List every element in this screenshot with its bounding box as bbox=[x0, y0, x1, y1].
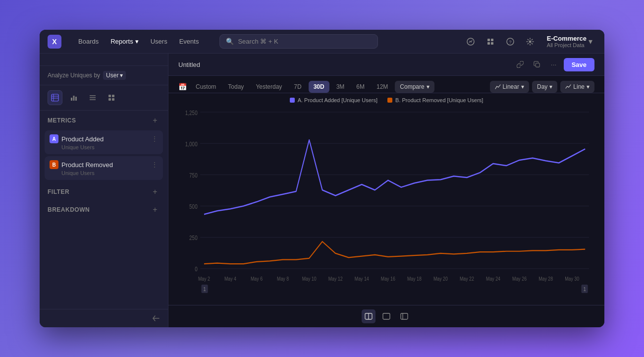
svg-rect-20 bbox=[108, 98, 111, 101]
time-yesterday[interactable]: Yesterday bbox=[251, 81, 287, 93]
chart-svg: 1,250 1,000 750 500 250 0 May 2 May 4 bbox=[178, 105, 594, 300]
linear-selector[interactable]: Linear ▾ bbox=[490, 81, 529, 93]
svg-text:500: 500 bbox=[189, 203, 198, 210]
time-6m[interactable]: 6M bbox=[351, 81, 370, 93]
metric-a-more-icon[interactable]: ⋮ bbox=[151, 135, 158, 143]
time-12m[interactable]: 12M bbox=[372, 81, 393, 93]
nav-users[interactable]: Users bbox=[146, 36, 172, 47]
chart-controls-right: Linear ▾ Day ▾ Line ▾ bbox=[490, 81, 594, 93]
app-window: X Boards Reports ▾ Users Events 🔍 Search… bbox=[40, 30, 604, 327]
compare-button[interactable]: Compare ▾ bbox=[395, 81, 434, 93]
svg-rect-8 bbox=[52, 94, 58, 101]
svg-text:May 8: May 8 bbox=[277, 276, 289, 282]
time-custom[interactable]: Custom bbox=[191, 81, 221, 93]
layout-single-button[interactable] bbox=[379, 309, 393, 323]
svg-text:250: 250 bbox=[189, 235, 198, 241]
svg-rect-57 bbox=[383, 313, 390, 319]
chart-legend: A. Product Added [Unique Users] B. Produ… bbox=[168, 93, 604, 105]
bottom-bar bbox=[168, 305, 604, 327]
svg-text:1,250: 1,250 bbox=[185, 110, 198, 116]
collapse-sidebar-button[interactable] bbox=[152, 314, 160, 322]
analyze-by-selector[interactable]: User ▾ bbox=[103, 71, 126, 80]
chart-type-list[interactable] bbox=[85, 90, 100, 105]
day-chevron-icon: ▾ bbox=[549, 83, 552, 90]
nav-bar: X Boards Reports ▾ Users Events 🔍 Search… bbox=[40, 30, 604, 54]
day-selector[interactable]: Day ▾ bbox=[532, 81, 557, 93]
time-3m[interactable]: 3M bbox=[331, 81, 350, 93]
sidebar-title-bar bbox=[40, 54, 168, 66]
reports-chevron-icon: ▾ bbox=[135, 38, 139, 45]
metric-item-b[interactable]: B Product Removed ⋮ Unique Users bbox=[45, 156, 163, 180]
orange-series-line bbox=[204, 241, 585, 264]
layout-sidebar-button[interactable] bbox=[397, 309, 411, 323]
legend-label-a: A. Product Added [Unique Users] bbox=[298, 97, 377, 103]
metric-b-badge: B bbox=[50, 160, 58, 169]
metric-b-more-icon[interactable]: ⋮ bbox=[151, 161, 158, 169]
project-name: E-Commerce bbox=[547, 35, 587, 42]
copy-action-button[interactable] bbox=[530, 58, 544, 71]
chart-type-grid[interactable] bbox=[104, 90, 119, 105]
metric-a-name: Product Added bbox=[61, 135, 104, 143]
svg-rect-18 bbox=[108, 95, 111, 97]
svg-rect-2 bbox=[491, 39, 493, 41]
svg-text:0: 0 bbox=[195, 266, 198, 272]
chart-type-bar[interactable] bbox=[66, 90, 81, 105]
layout-split-button[interactable] bbox=[362, 309, 376, 323]
app-logo[interactable]: X bbox=[48, 35, 61, 49]
breakdown-header: Breakdown + bbox=[40, 200, 168, 218]
link-action-button[interactable] bbox=[513, 58, 527, 71]
sidebar-body: Analyze Uniques by User ▾ bbox=[40, 66, 168, 309]
top-bar: Untitled ··· Sa bbox=[168, 54, 604, 76]
metric-b-header: B Product Removed ⋮ bbox=[50, 160, 158, 169]
filter-label: Filter bbox=[48, 188, 69, 195]
svg-text:May 24: May 24 bbox=[486, 276, 500, 282]
project-sub: All Project Data bbox=[547, 42, 587, 48]
svg-text:1: 1 bbox=[204, 286, 206, 292]
analyze-label: Analyze Uniques by bbox=[48, 72, 100, 79]
add-metric-button[interactable]: + bbox=[150, 116, 160, 125]
chart-type-icons bbox=[40, 85, 168, 111]
filter-header: Filter + bbox=[40, 182, 168, 200]
svg-text:1,000: 1,000 bbox=[185, 141, 198, 147]
search-box[interactable]: 🔍 Search ⌘ + K bbox=[219, 34, 378, 49]
apps-icon-btn[interactable] bbox=[483, 35, 497, 49]
line-selector[interactable]: Line ▾ bbox=[560, 81, 594, 93]
svg-text:May 28: May 28 bbox=[538, 276, 553, 282]
time-30d[interactable]: 30D bbox=[309, 81, 329, 93]
metric-a-sub: Unique Users bbox=[50, 144, 158, 150]
save-button[interactable]: Save bbox=[564, 58, 594, 71]
chart-type-table[interactable] bbox=[48, 90, 62, 105]
svg-rect-58 bbox=[401, 313, 408, 319]
time-controls: 📅 Custom Today Yesterday 7D 30D 3M 6M 12… bbox=[178, 81, 487, 93]
nav-boards[interactable]: Boards bbox=[73, 36, 104, 47]
svg-rect-21 bbox=[112, 98, 114, 101]
compare-chevron-icon: ▾ bbox=[427, 83, 429, 90]
analytics-icon-btn[interactable] bbox=[464, 35, 478, 49]
metric-a-badge: A bbox=[50, 134, 58, 143]
svg-text:May 26: May 26 bbox=[512, 276, 527, 282]
time-today[interactable]: Today bbox=[223, 81, 249, 93]
nav-reports[interactable]: Reports ▾ bbox=[106, 36, 144, 47]
legend-dot-orange bbox=[387, 98, 392, 103]
project-chevron-icon: ▾ bbox=[589, 37, 592, 46]
more-action-button[interactable]: ··· bbox=[547, 58, 561, 71]
time-7d[interactable]: 7D bbox=[289, 81, 306, 93]
svg-rect-4 bbox=[491, 42, 493, 45]
calendar-icon: 📅 bbox=[178, 83, 187, 91]
line-chevron-icon: ▾ bbox=[587, 83, 590, 90]
settings-icon-btn[interactable] bbox=[523, 35, 537, 49]
svg-rect-23 bbox=[536, 63, 539, 67]
metric-item-a[interactable]: A Product Added ⋮ Unique Users bbox=[45, 130, 163, 154]
svg-text:?: ? bbox=[509, 40, 511, 45]
add-filter-button[interactable]: + bbox=[150, 187, 160, 197]
top-actions: ··· Save bbox=[513, 58, 594, 71]
project-selector[interactable]: E-Commerce All Project Data ▾ bbox=[543, 33, 596, 50]
help-icon-btn[interactable]: ? bbox=[503, 35, 517, 49]
nav-events[interactable]: Events bbox=[174, 36, 204, 47]
legend-item-a: A. Product Added [Unique Users] bbox=[290, 97, 377, 103]
svg-text:May 20: May 20 bbox=[433, 276, 448, 282]
metric-a-header: A Product Added ⋮ bbox=[50, 134, 158, 143]
analyze-chevron-icon: ▾ bbox=[120, 72, 123, 79]
add-breakdown-button[interactable]: + bbox=[150, 205, 160, 215]
analyze-row: Analyze Uniques by User ▾ bbox=[40, 66, 168, 85]
